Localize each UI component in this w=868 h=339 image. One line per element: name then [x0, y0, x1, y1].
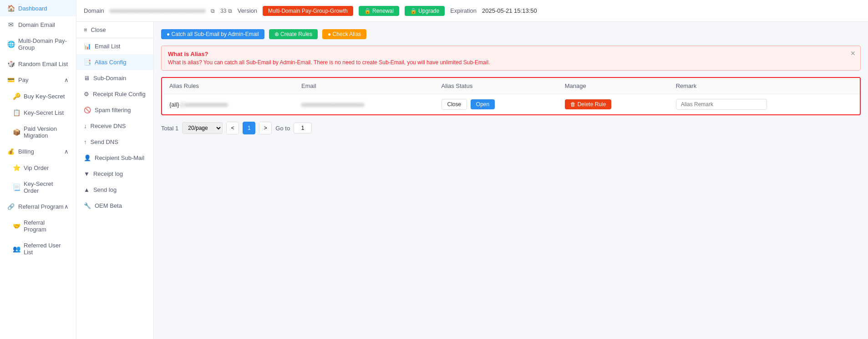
subnav-spam-filtering[interactable]: 🚫 Spam filtering: [76, 102, 153, 118]
subnav-recipient-sub-mail[interactable]: 👤 Recipient Sub-Mail: [76, 150, 153, 166]
col-email: Email: [294, 78, 434, 94]
version-33-badge: 33 ⧉: [220, 8, 232, 14]
globe-icon: 🌐: [7, 41, 15, 48]
expiration-label: Expiration: [450, 7, 477, 14]
top-bar: Domain ■■■■■■■■■■■■■■■■■■■■■■■■■■■■■ ⧉ 3…: [76, 0, 868, 22]
key-icon: 🔑: [13, 92, 20, 100]
open-status-button[interactable]: Open: [471, 99, 495, 109]
create-rules-button[interactable]: ⊕ Create Rules: [269, 29, 318, 39]
copy-icon[interactable]: ⧉: [211, 8, 215, 14]
sidebar-item-multi-domain[interactable]: 🌐 Multi-Domain Pay-Group: [0, 33, 76, 56]
chevron-up-icon: ∧: [64, 203, 69, 210]
alias-rules-cell: {all}@■■■■■■■■■■■■■: [162, 94, 294, 115]
sub-nav: ≡ Close 📊 Email List 📑 Alias Config 🖥 Su…: [76, 22, 154, 339]
upgrade-button[interactable]: 🔒 Upgrade: [405, 6, 445, 16]
page-size-select[interactable]: 20/page 50/page 100/page: [182, 122, 223, 134]
alias-table: Alias Rules Email Alias Status Manage Re…: [162, 78, 860, 114]
subnav-send-dns[interactable]: ↑ Send DNS: [76, 134, 153, 150]
menu-icon: ≡: [84, 26, 87, 33]
alert-text: What is alias? You can catch all Sub-Ema…: [168, 59, 854, 66]
sidebar-item-paid-version-migration[interactable]: 📦 Paid Version Migration: [0, 121, 76, 144]
sidebar-group-billing[interactable]: 💰 Billing ∧: [0, 144, 76, 159]
domain-value: ■■■■■■■■■■■■■■■■■■■■■■■■■■■■■: [110, 8, 205, 14]
bar-chart-icon: 📊: [84, 43, 91, 50]
prev-page-button[interactable]: <: [226, 122, 239, 134]
pay-icon: 💳: [7, 77, 15, 83]
oem-icon: 🔧: [84, 202, 91, 209]
expiration-value: 2025-05-21 15:13:50: [482, 7, 537, 14]
chevron-up-icon: ∧: [64, 77, 69, 83]
trash-icon: 🗑: [570, 101, 576, 108]
goto-input[interactable]: [294, 123, 312, 134]
panel: ≡ Close 📊 Email List 📑 Alias Config 🖥 Su…: [76, 22, 868, 339]
receipt-log-icon: ▼: [84, 170, 90, 177]
renewal-button[interactable]: 🔒 Renewal: [359, 6, 399, 16]
vip-icon: ⭐: [13, 164, 20, 171]
subdomain-icon: 🖥: [84, 75, 90, 82]
order-icon: 📃: [13, 184, 20, 191]
delete-rule-button[interactable]: 🗑 Delete Rule: [565, 99, 612, 109]
catch-all-button[interactable]: ● Catch all Sub-Email by Admin-Email: [161, 29, 264, 39]
users-icon: 👥: [13, 245, 20, 252]
version-button[interactable]: Multi-Domain Pay-Group-Growth: [263, 6, 353, 16]
content-area: ● Catch all Sub-Email by Admin-Email ⊕ C…: [154, 22, 868, 339]
subnav-receipt-log[interactable]: ▼ Receipt log: [76, 166, 153, 182]
pagination: Total 1 20/page 50/page 100/page < 1 > G…: [161, 122, 861, 134]
subnav-sub-domain[interactable]: 🖥 Sub-Domain: [76, 70, 153, 86]
spam-icon: 🚫: [84, 107, 91, 113]
subnav-send-log[interactable]: ▲ Send log: [76, 182, 153, 198]
email-cell: ■■■■■■■■■■■■■■■■■■■: [294, 94, 434, 115]
next-page-button[interactable]: >: [259, 122, 272, 134]
send-log-icon: ▲: [84, 186, 90, 193]
subnav-oem[interactable]: 🔧 OEM Beta: [76, 198, 153, 214]
alias-icon: 📑: [84, 59, 91, 66]
remark-input[interactable]: [676, 99, 767, 110]
random-icon: 🎲: [7, 60, 15, 67]
remark-cell[interactable]: [669, 94, 860, 115]
sidebar-item-dashboard[interactable]: 🏠 Dashboard: [0, 0, 76, 16]
email-icon: ✉: [7, 21, 15, 28]
billing-icon: 💰: [7, 148, 15, 155]
close-status-button[interactable]: Close: [442, 99, 467, 110]
alert-title: What is Alias?: [168, 51, 854, 57]
alias-table-container: Alias Rules Email Alias Status Manage Re…: [161, 77, 861, 115]
migration-icon: 📦: [13, 128, 20, 136]
recipient-icon: 👤: [84, 154, 91, 161]
list-icon: 📋: [13, 109, 20, 116]
current-page-button[interactable]: 1: [243, 122, 255, 134]
table-row: {all}@■■■■■■■■■■■■■ ■■■■■■■■■■■■■■■■■■■ …: [162, 94, 860, 115]
check-alias-button[interactable]: ● Check Alias: [322, 29, 366, 39]
settings-icon: ⚙: [84, 91, 89, 98]
sidebar-group-referral[interactable]: 🔗 Referral Program ∧: [0, 199, 76, 215]
col-remark: Remark: [669, 78, 860, 94]
version-label: Version: [238, 7, 257, 14]
sidebar-item-random-email[interactable]: 🎲 Random Email List: [0, 56, 76, 72]
alias-alert: What is Alias? What is alias? You can ca…: [161, 46, 861, 71]
subnav-receive-dns[interactable]: ↓ Receive DNS: [76, 118, 153, 134]
domain-label: Domain: [84, 7, 104, 14]
manage-cell: 🗑 Delete Rule: [558, 94, 669, 115]
sidebar-item-referral-program[interactable]: 🤝 Referral Program: [0, 215, 76, 237]
sub-nav-close[interactable]: ≡ Close: [76, 22, 153, 38]
action-buttons: ● Catch all Sub-Email by Admin-Email ⊕ C…: [161, 29, 861, 39]
sidebar-group-pay[interactable]: 💳 Pay ∧: [0, 72, 76, 88]
sidebar-item-buy-key-secret[interactable]: 🔑 Buy Key-Secret: [0, 88, 76, 104]
chevron-up-icon: ∧: [64, 148, 69, 155]
col-manage: Manage: [558, 78, 669, 94]
alias-status-cell: Close Open: [434, 94, 558, 115]
sidebar-item-vip-order[interactable]: ⭐ Vip Order: [0, 159, 76, 176]
dashboard-icon: 🏠: [7, 5, 15, 12]
subnav-email-list[interactable]: 📊 Email List: [76, 38, 153, 54]
handshake-icon: 🤝: [13, 222, 20, 230]
sidebar-item-domain-email[interactable]: ✉ Domain Email: [0, 16, 76, 33]
col-alias-rules: Alias Rules: [162, 78, 294, 94]
sidebar-item-key-secret-order[interactable]: 📃 Key-Secret Order: [0, 176, 76, 199]
sidebar-item-referred-user-list[interactable]: 👥 Referred User List: [0, 237, 76, 260]
alert-close-button[interactable]: ✕: [850, 50, 856, 57]
sidebar: 🏠 Dashboard ✉ Domain Email 🌐 Multi-Domai…: [0, 0, 76, 339]
referral-icon: 🔗: [7, 203, 15, 210]
subnav-receipt-rule-config[interactable]: ⚙ Receipt Rule Config: [76, 86, 153, 102]
goto-label: Go to: [275, 125, 290, 132]
subnav-alias-config[interactable]: 📑 Alias Config: [76, 54, 153, 70]
sidebar-item-key-secret-list[interactable]: 📋 Key-Secret List: [0, 104, 76, 121]
